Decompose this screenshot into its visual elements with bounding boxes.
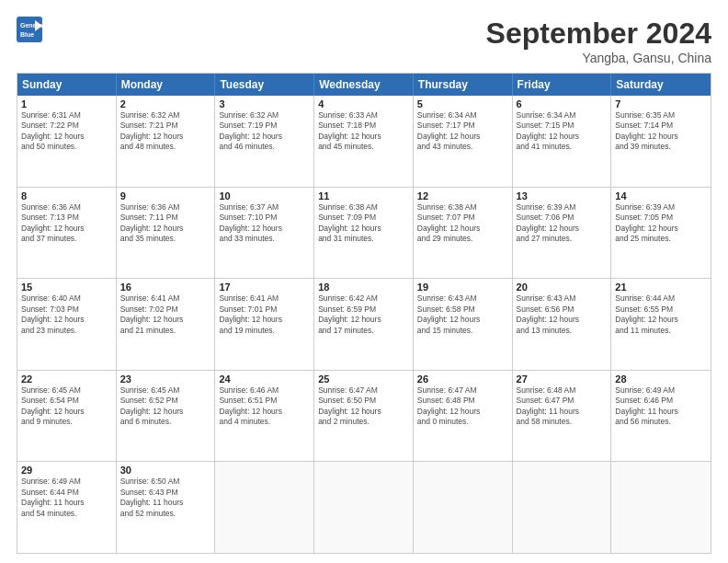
day-info: Sunrise: 6:36 AMSunset: 7:11 PMDaylight:… xyxy=(120,202,211,245)
day-info: Sunrise: 6:40 AMSunset: 7:03 PMDaylight:… xyxy=(21,293,112,336)
calendar-cell xyxy=(215,462,314,553)
header-thursday: Thursday xyxy=(414,74,513,96)
day-info: Sunrise: 6:47 AMSunset: 6:48 PMDaylight:… xyxy=(417,385,508,428)
day-info: Sunrise: 6:34 AMSunset: 7:17 PMDaylight:… xyxy=(417,110,508,153)
day-number: 15 xyxy=(21,282,112,293)
day-number: 12 xyxy=(417,190,508,201)
day-info: Sunrise: 6:38 AMSunset: 7:09 PMDaylight:… xyxy=(318,202,409,245)
day-number: 28 xyxy=(615,373,707,385)
day-number: 2 xyxy=(120,98,211,109)
calendar-cell: 4 Sunrise: 6:33 AMSunset: 7:18 PMDayligh… xyxy=(314,96,414,187)
day-info: Sunrise: 6:33 AMSunset: 7:18 PMDaylight:… xyxy=(318,110,409,153)
day-info: Sunrise: 6:41 AMSunset: 7:01 PMDaylight:… xyxy=(219,293,310,336)
svg-rect-0 xyxy=(17,17,42,42)
calendar-cell: 1 Sunrise: 6:31 AMSunset: 7:22 PMDayligh… xyxy=(17,96,117,187)
day-number: 18 xyxy=(318,282,409,293)
calendar-cell xyxy=(314,462,414,553)
day-info: Sunrise: 6:50 AMSunset: 6:43 PMDaylight:… xyxy=(120,477,211,519)
header-sunday: Sunday xyxy=(17,74,117,96)
calendar-row-4: 22 Sunrise: 6:45 AMSunset: 6:54 PMDaylig… xyxy=(17,370,711,462)
calendar-cell: 26 Sunrise: 6:47 AMSunset: 6:48 PMDaylig… xyxy=(414,371,513,462)
calendar-row-3: 15 Sunrise: 6:40 AMSunset: 7:03 PMDaylig… xyxy=(17,278,711,370)
calendar-cell: 30 Sunrise: 6:50 AMSunset: 6:43 PMDaylig… xyxy=(117,462,216,553)
day-number: 4 xyxy=(318,98,409,109)
day-info: Sunrise: 6:47 AMSunset: 6:50 PMDaylight:… xyxy=(318,385,409,428)
day-number: 10 xyxy=(219,190,310,201)
day-number: 16 xyxy=(120,282,211,293)
day-number: 20 xyxy=(517,282,608,293)
day-info: Sunrise: 6:38 AMSunset: 7:07 PMDaylight:… xyxy=(417,202,508,245)
day-info: Sunrise: 6:49 AMSunset: 6:44 PMDaylight:… xyxy=(21,477,112,519)
location-title: Yangba, Gansu, China xyxy=(486,51,711,65)
header: General Blue September 2024 Yangba, Gans… xyxy=(17,17,711,65)
calendar-cell: 18 Sunrise: 6:42 AMSunset: 6:59 PMDaylig… xyxy=(314,279,414,370)
logo: General Blue xyxy=(17,17,44,42)
header-monday: Monday xyxy=(117,74,216,96)
calendar-cell: 27 Sunrise: 6:48 AMSunset: 6:47 PMDaylig… xyxy=(513,371,612,462)
day-number: 13 xyxy=(517,190,608,201)
day-number: 9 xyxy=(120,190,211,201)
day-number: 25 xyxy=(318,373,409,385)
header-tuesday: Tuesday xyxy=(215,74,314,96)
calendar-cell: 5 Sunrise: 6:34 AMSunset: 7:17 PMDayligh… xyxy=(414,96,513,187)
calendar-cell: 20 Sunrise: 6:43 AMSunset: 6:56 PMDaylig… xyxy=(513,279,612,370)
day-number: 7 xyxy=(615,98,707,109)
calendar-cell: 6 Sunrise: 6:34 AMSunset: 7:15 PMDayligh… xyxy=(513,96,612,187)
day-info: Sunrise: 6:48 AMSunset: 6:47 PMDaylight:… xyxy=(517,385,608,428)
day-number: 5 xyxy=(417,98,508,109)
calendar-cell: 22 Sunrise: 6:45 AMSunset: 6:54 PMDaylig… xyxy=(17,371,117,462)
calendar-cell xyxy=(513,462,612,553)
calendar-cell: 24 Sunrise: 6:46 AMSunset: 6:51 PMDaylig… xyxy=(215,371,314,462)
calendar-cell: 10 Sunrise: 6:37 AMSunset: 7:10 PMDaylig… xyxy=(215,188,314,279)
calendar-cell xyxy=(611,462,711,553)
day-info: Sunrise: 6:46 AMSunset: 6:51 PMDaylight:… xyxy=(219,385,310,428)
day-number: 29 xyxy=(21,465,112,476)
day-info: Sunrise: 6:43 AMSunset: 6:56 PMDaylight:… xyxy=(517,293,608,336)
svg-text:Blue: Blue xyxy=(20,31,34,38)
day-info: Sunrise: 6:43 AMSunset: 6:58 PMDaylight:… xyxy=(417,293,508,336)
day-info: Sunrise: 6:36 AMSunset: 7:13 PMDaylight:… xyxy=(21,202,112,245)
calendar-cell: 17 Sunrise: 6:41 AMSunset: 7:01 PMDaylig… xyxy=(215,279,314,370)
day-number: 27 xyxy=(517,373,608,385)
day-number: 8 xyxy=(21,190,112,201)
day-info: Sunrise: 6:49 AMSunset: 6:46 PMDaylight:… xyxy=(615,385,707,428)
day-info: Sunrise: 6:39 AMSunset: 7:05 PMDaylight:… xyxy=(615,202,707,245)
calendar-row-1: 1 Sunrise: 6:31 AMSunset: 7:22 PMDayligh… xyxy=(17,96,711,187)
calendar-header: Sunday Monday Tuesday Wednesday Thursday… xyxy=(17,74,711,96)
calendar-row-5: 29 Sunrise: 6:49 AMSunset: 6:44 PMDaylig… xyxy=(17,461,711,553)
day-number: 23 xyxy=(120,373,211,385)
svg-text:General: General xyxy=(20,22,44,29)
day-info: Sunrise: 6:45 AMSunset: 6:54 PMDaylight:… xyxy=(21,385,112,428)
day-number: 22 xyxy=(21,373,112,385)
day-number: 19 xyxy=(417,282,508,293)
day-number: 26 xyxy=(417,373,508,385)
calendar-cell: 8 Sunrise: 6:36 AMSunset: 7:13 PMDayligh… xyxy=(17,188,117,279)
day-info: Sunrise: 6:45 AMSunset: 6:52 PMDaylight:… xyxy=(120,385,211,428)
header-friday: Friday xyxy=(513,74,612,96)
day-number: 14 xyxy=(615,190,707,201)
calendar: Sunday Monday Tuesday Wednesday Thursday… xyxy=(17,73,711,554)
title-block: September 2024 Yangba, Gansu, China xyxy=(486,17,711,65)
day-info: Sunrise: 6:39 AMSunset: 7:06 PMDaylight:… xyxy=(517,202,608,245)
calendar-cell xyxy=(414,462,513,553)
day-info: Sunrise: 6:32 AMSunset: 7:19 PMDaylight:… xyxy=(219,110,310,153)
calendar-cell: 11 Sunrise: 6:38 AMSunset: 7:09 PMDaylig… xyxy=(314,188,414,279)
logo-icon: General Blue xyxy=(17,17,44,42)
calendar-cell: 29 Sunrise: 6:49 AMSunset: 6:44 PMDaylig… xyxy=(17,462,117,553)
day-number: 3 xyxy=(219,98,310,109)
calendar-cell: 9 Sunrise: 6:36 AMSunset: 7:11 PMDayligh… xyxy=(117,188,216,279)
day-info: Sunrise: 6:32 AMSunset: 7:21 PMDaylight:… xyxy=(120,110,211,153)
calendar-cell: 25 Sunrise: 6:47 AMSunset: 6:50 PMDaylig… xyxy=(314,371,414,462)
day-info: Sunrise: 6:35 AMSunset: 7:14 PMDaylight:… xyxy=(615,110,707,153)
calendar-cell: 19 Sunrise: 6:43 AMSunset: 6:58 PMDaylig… xyxy=(414,279,513,370)
calendar-cell: 12 Sunrise: 6:38 AMSunset: 7:07 PMDaylig… xyxy=(414,188,513,279)
calendar-cell: 3 Sunrise: 6:32 AMSunset: 7:19 PMDayligh… xyxy=(215,96,314,187)
day-info: Sunrise: 6:37 AMSunset: 7:10 PMDaylight:… xyxy=(219,202,310,245)
header-saturday: Saturday xyxy=(611,74,711,96)
calendar-cell: 15 Sunrise: 6:40 AMSunset: 7:03 PMDaylig… xyxy=(17,279,117,370)
day-info: Sunrise: 6:41 AMSunset: 7:02 PMDaylight:… xyxy=(120,293,211,336)
day-number: 17 xyxy=(219,282,310,293)
day-number: 21 xyxy=(615,282,707,293)
day-number: 30 xyxy=(120,465,211,476)
day-info: Sunrise: 6:34 AMSunset: 7:15 PMDaylight:… xyxy=(517,110,608,153)
